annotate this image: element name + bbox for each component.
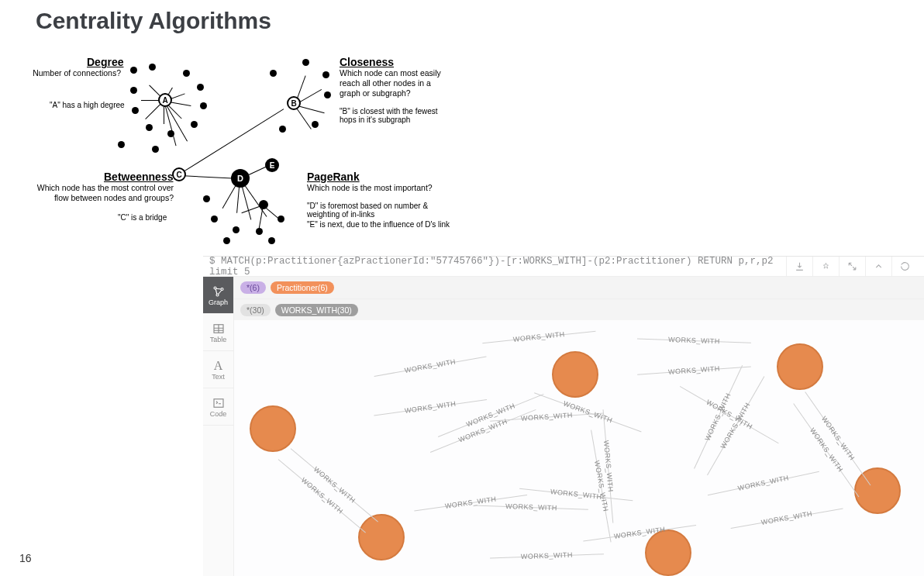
centrality-diagram: Degree Number of connections? "A" has a … [31,47,465,248]
node-labels-row: *(6) Practitioner(6) [234,277,924,299]
pagerank-note2: "E" is next, due to the influence of D's… [307,220,462,229]
degree-heading: Degree [87,56,123,68]
pagerank-heading: PageRank [307,171,360,183]
code-icon [212,396,226,410]
graph-node[interactable] [777,343,823,390]
graph-node[interactable] [552,351,598,398]
cypher-bar: $ MATCH(p:Practitioner{azPractionerId:"5… [203,257,924,277]
pill-practitioner[interactable]: Practitioner(6) [271,281,334,294]
rel-label: WORKS_WITH [404,400,457,415]
betweenness-note: "C" is a bridge [118,213,167,222]
pagerank-desc: Which node is the most important? [307,183,462,193]
graph-node[interactable] [358,514,405,560]
svg-point-0 [214,287,216,289]
diagram-node-c: C [172,167,186,181]
tab-code[interactable]: Code [203,388,233,426]
rel-label: WORKS_WITH [521,551,573,560]
svg-rect-4 [214,398,223,407]
text-icon: A [212,359,226,373]
rel-label: WORKS_WITH [668,336,720,345]
rel-label: WORKS_WITH [404,357,457,374]
graph-node[interactable] [854,467,901,514]
rel-label: WORKS_WITH [444,495,497,510]
neo4j-browser: $ MATCH(p:Practitioner{azPractionerId:"5… [203,256,924,576]
tab-text-label: Text [212,373,225,381]
tab-graph[interactable]: Graph [203,277,233,314]
pill-star30[interactable]: *(30) [240,304,271,316]
table-icon [212,322,226,336]
pill-star6[interactable]: *(6) [240,281,266,294]
degree-note: "A" has a high degree [50,101,125,109]
cypher-query: $ MATCH(p:Practitioner{azPractionerId:"5… [209,256,786,278]
rel-types-row: *(30) WORKS_WITH(30) [234,299,924,322]
refresh-icon[interactable] [891,257,918,277]
collapse-icon[interactable] [865,257,891,277]
pill-works-with[interactable]: WORKS_WITH(30) [275,304,358,316]
betweenness-desc: Which node has the most control over flo… [26,183,174,203]
rel-label: WORKS_WITH [505,502,557,512]
graph-canvas[interactable]: WORKS_WITH WORKS_WITH WORKS_WITH WORKS_W… [234,320,924,576]
svg-point-1 [221,288,223,290]
tab-text[interactable]: A Text [203,351,233,388]
page-title: Centrality Algorithms [36,8,271,34]
closeness-desc: Which node can most easily reach all oth… [340,68,448,98]
degree-desc: Number of connections? [31,68,121,78]
rel-label: WORKS_WITH [512,330,565,343]
diagram-node-b: B [287,96,301,110]
closeness-note: "B" is closest with the fewest hops in i… [340,107,456,124]
tab-code-label: Code [210,410,227,418]
pagerank-note1: "D" is foremost based on number & weight… [307,202,431,219]
rel-label: WORKS_WITH [668,364,721,376]
betweenness-heading: Betweenness [104,171,173,183]
view-tabs: Graph Table A Text Code [203,277,234,576]
result-pane: *(6) Practitioner(6) *(30) WORKS_WITH(30… [234,277,924,576]
diagram-node-a: A [158,93,172,107]
diagram-node-e: E [265,158,279,172]
rel-label: WORKS_WITH [760,509,813,526]
rel-label: WORKS_WITH [550,488,602,501]
graph-icon [212,285,226,298]
tab-table-label: Table [210,336,227,343]
tab-table[interactable]: Table [203,314,233,351]
rel-label: WORKS_WITH [737,474,790,492]
page-number: 16 [19,552,32,564]
expand-icon[interactable] [839,257,865,277]
closeness-heading: Closeness [340,56,394,68]
graph-node[interactable] [645,529,691,576]
tab-graph-label: Graph [209,298,228,306]
pin-icon[interactable] [812,257,839,277]
diagram-node-d: D [231,169,250,188]
graph-node[interactable] [250,405,296,452]
download-icon[interactable] [786,257,812,277]
